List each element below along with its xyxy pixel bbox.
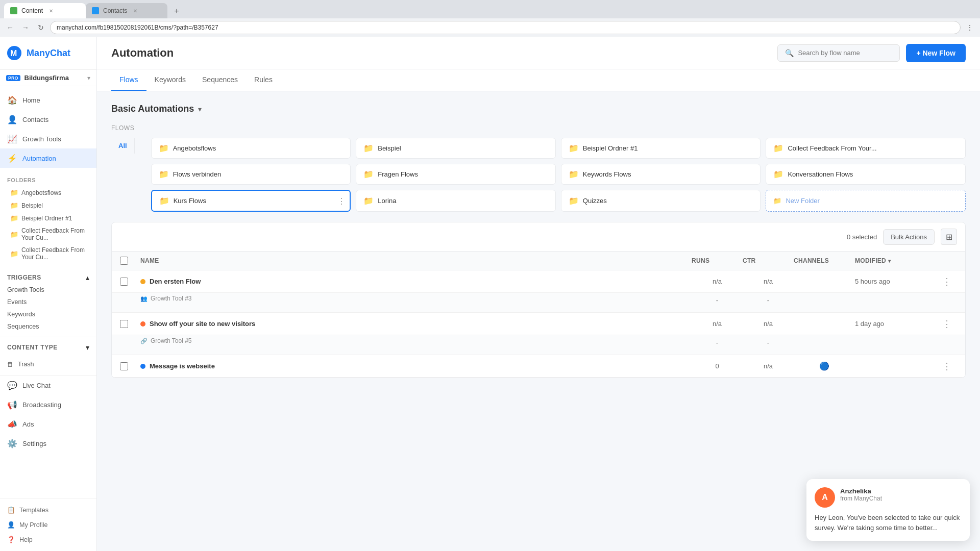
forward-button[interactable]: → — [19, 21, 32, 34]
trigger-events[interactable]: Events — [7, 296, 89, 308]
sidebar-item-help[interactable]: ❓ Help — [0, 532, 96, 547]
folder-card-lorina[interactable]: 📁 Lorina — [356, 190, 556, 212]
tab-favicon-content — [10, 7, 17, 14]
sidebar-item-broadcasting[interactable]: 📢 Broadcasting — [0, 395, 96, 414]
sidebar-label-automation: Automation — [22, 155, 56, 162]
tab-close-contacts[interactable]: ✕ — [133, 8, 137, 14]
workspace-name: Bildungsfirma — [24, 74, 69, 82]
row3-status-dot — [140, 364, 145, 369]
row3-more-button[interactable]: ⋮ — [937, 361, 957, 372]
content-type-header[interactable]: Content Type ▾ — [7, 341, 89, 354]
new-tab-button[interactable]: + — [169, 4, 184, 18]
browser-tab-content[interactable]: Content ✕ — [4, 3, 86, 18]
row3-checkbox[interactable] — [120, 362, 128, 370]
content-type-label: Content Type — [7, 344, 58, 351]
folder-card-keywords-flows[interactable]: 📁 Keywords Flows — [561, 164, 761, 185]
section-chevron-icon[interactable]: ▾ — [198, 105, 202, 113]
col-header-modified[interactable]: Modified ▾ — [855, 257, 937, 264]
folder-card-beispiel[interactable]: 📁 Beispiel — [356, 138, 556, 159]
sidebar-label-broadcasting: Broadcasting — [22, 401, 61, 409]
tab-rules[interactable]: Rules — [246, 69, 281, 91]
grid-view-button[interactable]: ⊞ — [941, 229, 957, 245]
svg-text:M: M — [10, 49, 17, 58]
sidebar-folder-beispiel-ordner[interactable]: 📁 Beispiel Ordner #1 — [0, 212, 96, 224]
select-all-checkbox[interactable] — [120, 257, 128, 265]
new-folder-card[interactable]: 📁 New Folder — [766, 190, 966, 212]
sidebar-item-my-profile[interactable]: 👤 My Profile — [0, 517, 96, 532]
sidebar-folder-beispiel[interactable]: 📁 Beispiel — [0, 199, 96, 212]
folder-card-kurs-flows[interactable]: 📁 Kurs Flows ⋮ — [151, 190, 351, 212]
home-icon: 🏠 — [7, 95, 17, 105]
address-bar[interactable]: manychat.com/fb198150208192061B/cms/?pat… — [50, 21, 961, 34]
sidebar-folder-collect-1[interactable]: 📁 Collect Feedback From Your Cu... — [0, 224, 96, 244]
folder-card-beispiel-ordner[interactable]: 📁 Beispiel Ordner #1 — [561, 138, 761, 159]
row3-flow-name[interactable]: Message is webseite — [150, 362, 215, 370]
chat-message: Hey Leon, You've been selected to take o… — [815, 513, 962, 533]
manychat-logo-icon: M — [6, 45, 22, 61]
sidebar-item-live-chat[interactable]: 💬 Live Chat — [0, 375, 96, 395]
back-button[interactable]: ← — [4, 21, 16, 34]
trigger-growth-tools[interactable]: Growth Tools — [7, 284, 89, 296]
search-input[interactable] — [798, 49, 892, 57]
tab-flows[interactable]: Flows — [111, 69, 146, 91]
content-type-section: Content Type ▾ — [0, 337, 96, 358]
tab-sequences[interactable]: Sequences — [194, 69, 246, 91]
trigger-keywords[interactable]: Keywords — [7, 308, 89, 320]
folder-card-label-flows-verbinden: Flows verbinden — [173, 170, 222, 178]
sidebar-item-templates[interactable]: 📋 Templates — [0, 503, 96, 517]
triggers-header[interactable]: Triggers ▴ — [7, 271, 89, 284]
table-header: Name Runs CTR Channels Modified ▾ — [112, 252, 965, 270]
folder-icon-fragen-flows-card: 📁 — [363, 169, 374, 179]
browser-tab-contacts[interactable]: Contacts ✕ — [86, 3, 167, 18]
folder-card-collect-feedback[interactable]: 📁 Collect Feedback From Your... — [766, 138, 966, 159]
chat-agent-company: from ManyChat — [840, 495, 882, 502]
extensions-button[interactable]: ⋮ — [964, 21, 976, 34]
refresh-button[interactable]: ↻ — [35, 21, 47, 34]
folder-icon-collect-2: 📁 — [10, 250, 18, 258]
all-filter-button[interactable]: All — [111, 138, 135, 154]
row2-flow-name[interactable]: Show off your site to new visitors — [150, 320, 255, 328]
trash-item[interactable]: 🗑 Trash — [0, 358, 96, 371]
bulk-actions-button[interactable]: Bulk Actions — [883, 229, 935, 245]
folder-card-label-beispiel: Beispiel — [378, 144, 401, 152]
folder-card-quizzes[interactable]: 📁 Quizzes — [561, 190, 761, 212]
row3-checkbox-cell — [120, 362, 140, 370]
folder-card-fragen-flows[interactable]: 📁 Fragen Flows — [356, 164, 556, 185]
workspace-chevron-icon: ▾ — [87, 74, 90, 82]
folder-icon-quizzes-card: 📁 — [569, 196, 579, 206]
new-flow-button[interactable]: + New Flow — [906, 44, 966, 62]
sidebar-bottom: 📋 Templates 👤 My Profile ❓ Help — [0, 498, 96, 551]
kurs-flows-more-icon[interactable]: ⋮ — [337, 196, 346, 206]
row2-modified: 1 day ago — [855, 320, 937, 328]
growth-tool-icon-1: 👥 — [140, 295, 148, 302]
row1-checkbox[interactable] — [120, 278, 128, 286]
sidebar-item-ads[interactable]: 📣 Ads — [0, 414, 96, 434]
grid-icon: ⊞ — [946, 232, 952, 242]
folder-card-konversationen[interactable]: 📁 Konversationen Flows — [766, 164, 966, 185]
sidebar-item-home[interactable]: 🏠 Home — [0, 90, 96, 110]
row2-more-button[interactable]: ⋮ — [937, 318, 957, 330]
header-actions: 🔍 + New Flow — [777, 44, 966, 62]
sidebar-folder-collect-2[interactable]: 📁 Collect Feedback From Your Cu... — [0, 244, 96, 263]
row1-name-cell: Den ersten Flow — [140, 270, 692, 292]
main-content: Automation 🔍 + New Flow Flows Keywords S… — [97, 37, 980, 551]
col-header-channels: Channels — [794, 257, 855, 264]
flow-row-main-1: Den ersten Flow n/a n/a 5 hours ago ⋮ — [112, 270, 965, 293]
folder-card-flows-verbinden[interactable]: 📁 Flows verbinden — [151, 164, 351, 185]
flows-label: Flows — [111, 124, 966, 132]
address-text: manychat.com/fb198150208192061B/cms/?pat… — [57, 24, 218, 31]
sidebar-item-settings[interactable]: ⚙️ Settings — [0, 434, 96, 453]
tab-keywords[interactable]: Keywords — [146, 69, 194, 91]
folder-card-angebotsflows[interactable]: 📁 Angebotsflows — [151, 138, 351, 159]
trigger-sequences[interactable]: Sequences — [7, 320, 89, 333]
sidebar-folder-angebotsflows[interactable]: 📁 Angebotsflows — [0, 186, 96, 199]
row1-more-button[interactable]: ⋮ — [937, 276, 957, 287]
sidebar-item-contacts[interactable]: 👤 Contacts — [0, 110, 96, 129]
sidebar-item-automation[interactable]: ⚡ Automation — [0, 148, 96, 168]
section-title: Basic Automations — [111, 104, 194, 114]
workspace-selector[interactable]: PRO Bildungsfirma ▾ — [0, 69, 96, 86]
sidebar-item-growth-tools[interactable]: 📈 Growth Tools — [0, 129, 96, 148]
row2-checkbox[interactable] — [120, 320, 128, 328]
tab-close-content[interactable]: ✕ — [49, 8, 53, 14]
row1-flow-name[interactable]: Den ersten Flow — [150, 278, 201, 285]
